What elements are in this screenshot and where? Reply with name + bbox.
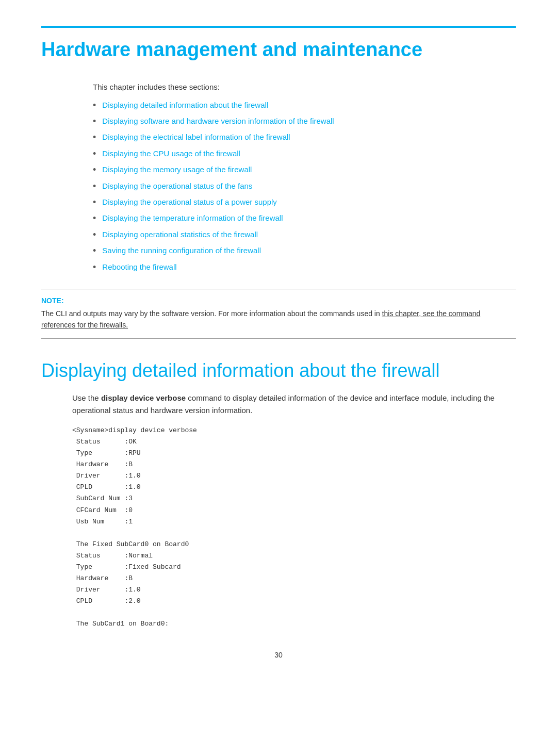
note-label: NOTE: [41,297,516,305]
note-text: The CLI and outputs may vary by the soft… [41,308,516,331]
toc-item: •Displaying software and hardware versio… [93,116,516,127]
toc-link-10[interactable]: Saving the running configuration of the … [102,245,261,256]
code-block: <Sysname>display device verbose Status :… [72,425,516,630]
intro-text: This chapter includes these sections: [93,83,516,91]
toc-bullet: • [93,164,96,176]
toc-item: •Displaying the temperature information … [93,212,516,224]
toc-item: •Displaying the operational status of a … [93,196,516,208]
toc-link-3[interactable]: Displaying the electrical label informat… [102,132,290,142]
toc-list: •Displaying detailed information about t… [93,100,516,273]
section1-body: Use the display device verbose command t… [72,392,516,417]
toc-link-11[interactable]: Rebooting the firewall [102,261,176,272]
toc-link-4[interactable]: Displaying the CPU usage of the firewall [102,148,240,159]
toc-link-1[interactable]: Displaying detailed information about th… [102,100,268,110]
section1-title: Displaying detailed information about th… [41,359,516,382]
toc-item: •Displaying operational statistics of th… [93,229,516,241]
toc-bullet: • [93,116,96,127]
toc-link-7[interactable]: Displaying the operational status of a p… [102,196,277,207]
chapter-title-section: Hardware management and maintenance [41,26,516,62]
page-number: 30 [41,651,516,659]
toc-item: •Displaying detailed information about t… [93,100,516,111]
toc-link-9[interactable]: Displaying operational statistics of the… [102,229,258,240]
toc-item: •Saving the running configuration of the… [93,245,516,257]
toc-link-6[interactable]: Displaying the operational status of the… [102,180,252,191]
toc-bullet: • [93,229,96,241]
toc-item: •Displaying the electrical label informa… [93,132,516,143]
toc-item: •Displaying the memory usage of the fire… [93,164,516,176]
toc-item: •Rebooting the firewall [93,261,516,273]
toc-bullet: • [93,261,96,273]
toc-bullet: • [93,148,96,160]
chapter-title: Hardware management and maintenance [41,38,516,62]
toc-item: •Displaying the operational status of th… [93,180,516,192]
toc-bullet: • [93,180,96,192]
toc-link-5[interactable]: Displaying the memory usage of the firew… [102,164,252,175]
toc-bullet: • [93,100,96,111]
toc-link-2[interactable]: Displaying software and hardware version… [102,116,334,126]
toc-bullet: • [93,245,96,257]
toc-bullet: • [93,132,96,143]
toc-link-8[interactable]: Displaying the temperature information o… [102,212,283,223]
section1-command: display device verbose [101,393,186,402]
toc-item: •Displaying the CPU usage of the firewal… [93,148,516,160]
note-section: NOTE: The CLI and outputs may vary by th… [41,289,516,339]
toc-bullet: • [93,212,96,224]
toc-bullet: • [93,196,96,208]
